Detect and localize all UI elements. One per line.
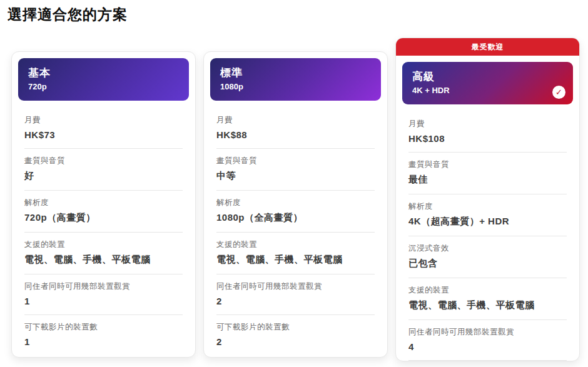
feature-value: HK$73 bbox=[24, 129, 183, 140]
feature-value: 2 bbox=[216, 336, 375, 347]
feature-value: 1 bbox=[24, 336, 183, 347]
feature-row: 畫質與音質 好 bbox=[24, 149, 183, 191]
feature-label: 同住者同時可用幾部裝置觀賞 bbox=[24, 281, 183, 292]
feature-value: HK$88 bbox=[216, 129, 375, 140]
feature-row: 支援的裝置 電視、電腦、手機、平板電腦 bbox=[408, 278, 567, 320]
plan-header-premium[interactable]: 高級 4K + HDR ✓ bbox=[402, 62, 573, 104]
feature-label: 同住者同時可用幾部裝置觀賞 bbox=[216, 281, 375, 292]
feature-label: 解析度 bbox=[408, 201, 567, 212]
feature-label: 解析度 bbox=[24, 198, 183, 208]
plan-cards-row: 基本 720p 月費 HK$73 畫質與音質 好 解析度 720p（高畫質） 支… bbox=[11, 38, 580, 361]
feature-value: 好 bbox=[24, 170, 183, 182]
feature-label: 畫質與音質 bbox=[24, 156, 183, 166]
feature-label: 可下載影片的裝置數 bbox=[216, 322, 375, 333]
selected-check-icon: ✓ bbox=[552, 86, 565, 99]
feature-row: 解析度 1080p（全高畫質） bbox=[216, 191, 375, 233]
feature-row: 解析度 720p（高畫質） bbox=[24, 191, 183, 233]
plan-header-standard[interactable]: 標準 1080p bbox=[210, 58, 381, 101]
plan-tier: 1080p bbox=[220, 82, 371, 91]
feature-label: 月費 bbox=[408, 119, 567, 129]
plan-card-premium[interactable]: 最受歡迎 高級 4K + HDR ✓ 月費 HK$108 畫質與音質 最佳 解析… bbox=[395, 38, 580, 361]
feature-label: 月費 bbox=[216, 115, 375, 126]
feature-row: 支援的裝置 電視、電腦、手機、平板電腦 bbox=[216, 233, 375, 274]
feature-label: 支援的裝置 bbox=[24, 239, 183, 250]
feature-value: 4 bbox=[408, 341, 567, 352]
feature-value: 4K（超高畫質）+ HDR bbox=[408, 216, 567, 228]
feature-row: 畫質與音質 中等 bbox=[216, 149, 375, 191]
plan-card-basic[interactable]: 基本 720p 月費 HK$73 畫質與音質 好 解析度 720p（高畫質） 支… bbox=[11, 51, 196, 358]
feature-row: 解析度 4K（超高畫質）+ HDR bbox=[408, 194, 567, 236]
feature-label: 支援的裝置 bbox=[216, 239, 375, 250]
feature-value: 中等 bbox=[216, 170, 375, 182]
plan-name: 高級 bbox=[412, 69, 563, 84]
feature-label: 解析度 bbox=[216, 198, 375, 208]
plan-features-premium: 月費 HK$108 畫質與音質 最佳 解析度 4K（超高畫質）+ HDR 沉浸式… bbox=[396, 111, 579, 361]
feature-value: HK$108 bbox=[408, 133, 567, 144]
plan-tier: 4K + HDR bbox=[412, 86, 563, 95]
plan-card-standard[interactable]: 標準 1080p 月費 HK$88 畫質與音質 中等 解析度 1080p（全高畫… bbox=[203, 51, 388, 358]
plan-name: 基本 bbox=[28, 66, 179, 80]
feature-row: 月費 HK$88 bbox=[216, 108, 375, 149]
plan-header-basic[interactable]: 基本 720p bbox=[18, 58, 189, 101]
feature-row: 沉浸式音效 已包含 bbox=[408, 236, 567, 278]
feature-row: 可下載影片的裝置數 2 bbox=[216, 315, 375, 355]
feature-value: 2 bbox=[216, 296, 375, 306]
feature-row: 同住者同時可用幾部裝置觀賞 4 bbox=[408, 320, 567, 361]
feature-value: 電視、電腦、手機、平板電腦 bbox=[24, 254, 183, 266]
feature-label: 月費 bbox=[24, 115, 183, 126]
feature-value: 1 bbox=[24, 296, 183, 306]
feature-label: 畫質與音質 bbox=[408, 159, 567, 170]
feature-row: 可下載影片的裝置數 1 bbox=[24, 315, 183, 355]
most-popular-banner: 最受歡迎 bbox=[396, 38, 579, 56]
feature-row: 月費 HK$73 bbox=[24, 108, 183, 149]
plan-tier: 720p bbox=[28, 82, 179, 91]
feature-value: 已包含 bbox=[408, 258, 567, 269]
feature-row: 同住者同時可用幾部裝置觀賞 1 bbox=[24, 274, 183, 315]
feature-label: 畫質與音質 bbox=[216, 156, 375, 166]
plan-features-basic: 月費 HK$73 畫質與音質 好 解析度 720p（高畫質） 支援的裝置 電視、… bbox=[12, 107, 195, 358]
feature-row: 同住者同時可用幾部裝置觀賞 2 bbox=[216, 274, 375, 315]
feature-row: 月費 HK$108 bbox=[408, 112, 567, 153]
feature-row: 可下載影片的裝置數 6 bbox=[408, 361, 567, 361]
most-popular-label: 最受歡迎 bbox=[472, 42, 504, 53]
plan-features-standard: 月費 HK$88 畫質與音質 中等 解析度 1080p（全高畫質） 支援的裝置 … bbox=[204, 107, 387, 358]
feature-label: 沉浸式音效 bbox=[408, 243, 567, 254]
feature-row: 畫質與音質 最佳 bbox=[408, 153, 567, 194]
feature-value: 電視、電腦、手機、平板電腦 bbox=[408, 299, 567, 311]
feature-row: 支援的裝置 電視、電腦、手機、平板電腦 bbox=[24, 233, 183, 274]
feature-value: 電視、電腦、手機、平板電腦 bbox=[216, 254, 375, 266]
feature-value: 720p（高畫質） bbox=[24, 212, 183, 224]
feature-label: 可下載影片的裝置數 bbox=[24, 322, 183, 333]
feature-label: 支援的裝置 bbox=[408, 285, 567, 296]
feature-value: 最佳 bbox=[408, 174, 567, 186]
page-title: 選擇適合您的方案 bbox=[8, 5, 128, 24]
feature-label: 同住者同時可用幾部裝置觀賞 bbox=[408, 327, 567, 338]
feature-value: 1080p（全高畫質） bbox=[216, 212, 375, 224]
plan-name: 標準 bbox=[220, 66, 371, 80]
